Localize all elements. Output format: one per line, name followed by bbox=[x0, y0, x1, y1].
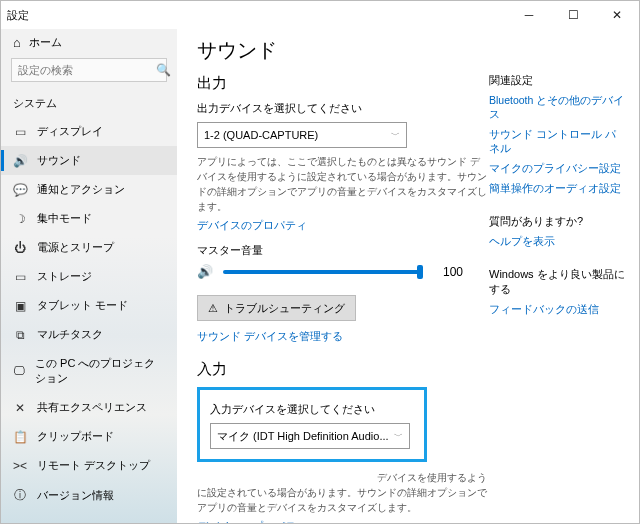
right-column: 関連設定 Bluetooth とその他のデバイス サウンド コントロール パネル… bbox=[489, 73, 625, 335]
output-device-value: 1-2 (QUAD-CAPTURE) bbox=[204, 129, 318, 141]
sidebar-item-projection[interactable]: 🖵 この PC へのプロジェクション bbox=[1, 349, 177, 393]
focus-icon: ☽ bbox=[13, 212, 27, 226]
output-desc: アプリによっては、ここで選択したものとは異なるサウンド デバイスを使用するように… bbox=[197, 154, 487, 214]
clipboard-icon: 📋 bbox=[13, 430, 27, 444]
sidebar-item-label: 電源とスリープ bbox=[37, 240, 114, 255]
sidebar-item-label: リモート デスクトップ bbox=[37, 458, 150, 473]
tablet-icon: ▣ bbox=[13, 299, 27, 313]
chevron-down-icon: ﹀ bbox=[391, 129, 400, 142]
feedback-link[interactable]: フィードバックの送信 bbox=[489, 303, 625, 317]
sound-icon: 🔊 bbox=[13, 154, 27, 168]
display-icon: ▭ bbox=[13, 125, 27, 139]
input-desc-partial: デバイスを使用するよう bbox=[197, 470, 487, 485]
input-props-link[interactable]: デバイスのプロパティ bbox=[197, 519, 625, 523]
related-settings-header: 関連設定 bbox=[489, 73, 625, 88]
sidebar-item-multitask[interactable]: ⧉ マルチタスク bbox=[1, 320, 177, 349]
storage-icon: ▭ bbox=[13, 270, 27, 284]
master-volume-value: 100 bbox=[443, 265, 463, 279]
sidebar-item-tablet[interactable]: ▣ タブレット モード bbox=[1, 291, 177, 320]
sidebar-item-storage[interactable]: ▭ ストレージ bbox=[1, 262, 177, 291]
sidebar-item-label: ストレージ bbox=[37, 269, 92, 284]
button-label: トラブルシューティング bbox=[224, 301, 345, 316]
search-box[interactable]: 🔍 bbox=[11, 58, 167, 82]
sidebar-item-about[interactable]: ⓘ バージョン情報 bbox=[1, 480, 177, 511]
shared-icon: ✕ bbox=[13, 401, 27, 415]
sidebar-item-clipboard[interactable]: 📋 クリップボード bbox=[1, 422, 177, 451]
sidebar-item-label: クリップボード bbox=[37, 429, 114, 444]
page-title: サウンド bbox=[197, 37, 625, 64]
power-icon: ⏻ bbox=[13, 241, 27, 255]
related-link-soundpanel[interactable]: サウンド コントロール パネル bbox=[489, 128, 625, 156]
master-volume-slider[interactable] bbox=[223, 270, 423, 274]
chevron-down-icon: ﹀ bbox=[394, 430, 403, 443]
sidebar-item-label: 集中モード bbox=[37, 211, 92, 226]
related-link-ease-audio[interactable]: 簡単操作のオーディオ設定 bbox=[489, 182, 625, 196]
multitask-icon: ⧉ bbox=[13, 328, 27, 342]
related-link-bluetooth[interactable]: Bluetooth とその他のデバイス bbox=[489, 94, 625, 122]
about-icon: ⓘ bbox=[13, 487, 27, 504]
input-device-select[interactable]: マイク (IDT High Definition Audio... ﹀ bbox=[210, 423, 410, 449]
sidebar-item-label: 通知とアクション bbox=[37, 182, 125, 197]
speaker-icon: 🔊 bbox=[197, 264, 213, 279]
sidebar-section-label: システム bbox=[1, 90, 177, 117]
sidebar-item-label: サウンド bbox=[37, 153, 81, 168]
warning-icon: ⚠ bbox=[208, 302, 218, 315]
sidebar: ⌂ ホーム 🔍 システム ▭ ディスプレイ 🔊 サウンド 💬 通知とアクション bbox=[1, 29, 177, 523]
output-device-select[interactable]: 1-2 (QUAD-CAPTURE) ﹀ bbox=[197, 122, 407, 148]
remote-icon: >< bbox=[13, 459, 27, 473]
projection-icon: 🖵 bbox=[13, 364, 25, 378]
sidebar-item-power[interactable]: ⏻ 電源とスリープ bbox=[1, 233, 177, 262]
search-icon: 🔍 bbox=[156, 63, 171, 77]
input-device-value: マイク (IDT High Definition Audio... bbox=[217, 429, 389, 444]
close-button[interactable]: ✕ bbox=[595, 1, 639, 29]
minimize-button[interactable]: ─ bbox=[507, 1, 551, 29]
sidebar-item-remote[interactable]: >< リモート デスクトップ bbox=[1, 451, 177, 480]
home-icon: ⌂ bbox=[13, 35, 21, 50]
input-highlight-box: 入力デバイスを選択してください マイク (IDT High Definition… bbox=[197, 387, 427, 462]
sidebar-item-notifications[interactable]: 💬 通知とアクション bbox=[1, 175, 177, 204]
sidebar-item-label: バージョン情報 bbox=[37, 488, 114, 503]
related-link-mic-privacy[interactable]: マイクのプライバシー設定 bbox=[489, 162, 625, 176]
output-troubleshoot-button[interactable]: ⚠ トラブルシューティング bbox=[197, 295, 356, 321]
maximize-button[interactable]: ☐ bbox=[551, 1, 595, 29]
sidebar-item-label: タブレット モード bbox=[37, 298, 128, 313]
sidebar-item-label: この PC へのプロジェクション bbox=[35, 356, 165, 386]
sidebar-item-label: 共有エクスペリエンス bbox=[37, 400, 147, 415]
search-input[interactable] bbox=[18, 64, 156, 76]
help-header: 質問がありますか? bbox=[489, 214, 625, 229]
home-link[interactable]: ⌂ ホーム bbox=[1, 29, 177, 54]
help-link[interactable]: ヘルプを表示 bbox=[489, 235, 625, 249]
input-heading: 入力 bbox=[197, 360, 625, 379]
sidebar-item-focus[interactable]: ☽ 集中モード bbox=[1, 204, 177, 233]
notifications-icon: 💬 bbox=[13, 183, 27, 197]
sidebar-item-display[interactable]: ▭ ディスプレイ bbox=[1, 117, 177, 146]
sidebar-item-shared[interactable]: ✕ 共有エクスペリエンス bbox=[1, 393, 177, 422]
input-desc: に設定されている場合があります。サウンドの詳細オプションでアプリの音量とデバイス… bbox=[197, 485, 487, 515]
input-choose-label: 入力デバイスを選択してください bbox=[210, 402, 414, 417]
sidebar-item-label: ディスプレイ bbox=[37, 124, 103, 139]
content-area: サウンド 出力 出力デバイスを選択してください 1-2 (QUAD-CAPTUR… bbox=[177, 29, 639, 523]
home-label: ホーム bbox=[29, 35, 62, 50]
sidebar-item-sound[interactable]: 🔊 サウンド bbox=[1, 146, 177, 175]
improve-header: Windows をより良い製品にする bbox=[489, 267, 625, 297]
sidebar-item-label: マルチタスク bbox=[37, 327, 103, 342]
